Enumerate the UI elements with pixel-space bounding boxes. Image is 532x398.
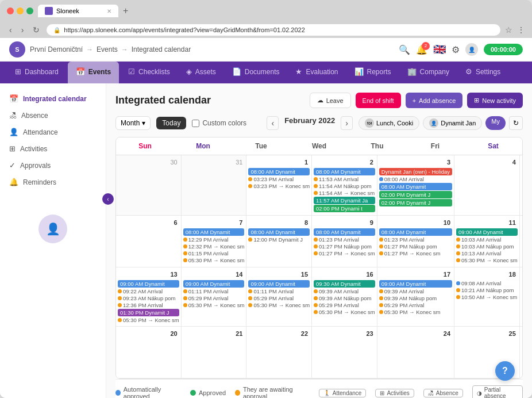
event-text-row[interactable]: 05:30 PM → Konec sm <box>456 257 518 263</box>
calendar-cell[interactable]: 30 <box>116 155 182 216</box>
event-text-row[interactable]: 01:11 PM Arrival <box>183 288 245 294</box>
event-text-row[interactable]: 05:30 PM → Konec sm <box>183 257 245 263</box>
calendar-cell[interactable]: 908:00 AM Dynamit01:23 PM Arrival01:27 P… <box>312 216 377 267</box>
new-tab-button[interactable]: + <box>123 6 128 16</box>
today-button[interactable]: Today <box>156 117 186 129</box>
event-text-row[interactable]: 09:39 AM Nákup pom <box>379 295 452 301</box>
refresh-button[interactable]: ↻ <box>30 24 42 36</box>
help-button[interactable]: ? <box>495 361 515 381</box>
event-bar[interactable]: 09:00 AM Dynamit <box>379 280 452 288</box>
event-bar[interactable]: Dynamit Jan (own) - Holiday <box>379 168 452 175</box>
nav-item-documents[interactable]: 📄 Documents <box>224 62 288 83</box>
new-activity-button[interactable]: ⊞ New activity <box>467 93 523 108</box>
back-button[interactable]: ‹ <box>7 24 14 36</box>
event-text-row[interactable]: 10:03 AM Nákup pom <box>456 243 518 250</box>
event-text-row[interactable]: 01:27 PM → Konec sm <box>379 250 452 257</box>
event-text-row[interactable]: 12:00 PM Dynamit J <box>248 236 310 243</box>
event-bar[interactable]: 09:00 AM Dynamit <box>118 280 179 288</box>
event-text-row[interactable]: 11:53 AM Arrival <box>314 176 375 182</box>
calendar-cell[interactable]: 31 <box>182 155 247 216</box>
calendar-cell[interactable]: 1809:08 AM Arrival10:21 AM Nákup pom10:5… <box>454 267 520 327</box>
calendar-cell[interactable]: 1109:00 AM Dynamit10:03 AM Arrival10:03 … <box>454 216 520 267</box>
calendar-cell[interactable]: 208:00 AM Dynamit11:53 AM Arrival11:54 A… <box>312 155 377 216</box>
event-bar[interactable]: 02:00 PM Dynami t <box>314 205 375 212</box>
sidebar-collapse-button[interactable]: ‹ <box>102 193 114 205</box>
event-text-row[interactable]: 01:27 PM → Konec sm <box>314 250 375 257</box>
search-icon[interactable]: 🔍 <box>399 44 410 55</box>
event-text-row[interactable]: 09:22 AM Arrival <box>118 288 179 294</box>
language-flag-icon[interactable]: 🇬🇧 <box>433 43 446 56</box>
my-filter-pill[interactable]: My <box>485 116 506 130</box>
prev-month-button[interactable]: ‹ <box>267 116 279 130</box>
sidebar-item-integrated-calendar[interactable]: 📅 Integrated calendar <box>0 90 106 107</box>
next-month-button[interactable]: › <box>341 116 353 130</box>
event-text-row[interactable]: 03:23 PM → Konec sm <box>248 183 310 189</box>
event-bar[interactable]: 08:00 AM Dynamit <box>379 228 452 236</box>
settings-icon[interactable]: ⚙ <box>452 44 460 55</box>
calendar-cell[interactable]: 1609:30 AM Dynamit09:39 AM Arrival09:39 … <box>312 267 377 327</box>
month-selector-dropdown[interactable]: Month ▾ <box>115 116 151 130</box>
event-bar[interactable]: 02:00 PM Dynamit J <box>379 199 452 206</box>
calendar-cell[interactable]: 6 <box>116 216 182 267</box>
calendar-cell[interactable]: 808:00 AM Dynamit12:00 PM Dynamit J <box>246 216 312 267</box>
calendar-cell[interactable]: 23 <box>312 327 377 378</box>
event-bar[interactable]: 08:00 AM Dynamit <box>248 168 310 175</box>
calendar-cell[interactable]: 21 <box>182 327 247 378</box>
custom-colors-toggle[interactable]: Custom colors <box>192 119 246 127</box>
refresh-calendar-button[interactable]: ↻ <box>509 116 523 130</box>
calendar-cell[interactable]: 708:00 AM Dynamit12:29 PM Arrival12:32 P… <box>182 216 247 267</box>
add-absence-button[interactable]: + Add absence <box>406 93 463 108</box>
browser-tab[interactable]: Sloneek ✕ <box>38 5 118 17</box>
event-bar[interactable]: 01:30 PM Dynamit J <box>118 309 179 316</box>
event-text-row[interactable]: 05:30 PM → Konec sm <box>118 317 179 323</box>
forward-button[interactable]: › <box>19 24 26 36</box>
maximize-dot[interactable] <box>26 7 33 14</box>
nav-item-settings[interactable]: ⚙ Settings <box>457 62 508 83</box>
event-text-row[interactable]: 11:54 AM → Konec sm <box>314 190 375 196</box>
custom-colors-checkbox[interactable] <box>192 120 199 127</box>
event-bar[interactable]: 09:00 AM Dynamit <box>183 280 245 288</box>
event-text-row[interactable]: 09:39 AM Nákup pom <box>314 295 375 301</box>
event-bar[interactable]: 08:00 AM Dynamit <box>183 228 245 236</box>
calendar-cell[interactable]: 26 <box>520 327 523 378</box>
calendar-cell[interactable]: 108:00 AM Dynamit03:23 PM Arrival03:23 P… <box>246 155 312 216</box>
calendar-cell[interactable]: 12 <box>520 216 523 267</box>
event-text-row[interactable]: 01:11 PM Arrival <box>248 288 310 294</box>
url-bar[interactable]: 🔒 https://app.sloneek.com/app/events/int… <box>47 24 500 36</box>
event-text-row[interactable]: 01:27 PM Nákup pom <box>314 243 375 250</box>
event-text-row[interactable]: 03:23 PM Arrival <box>248 176 310 182</box>
breadcrumb-company[interactable]: První Demoničtní <box>30 45 83 53</box>
calendar-cell[interactable]: 1509:00 AM Dynamit01:11 PM Arrival05:29 … <box>246 267 312 327</box>
event-text-row[interactable]: 01:23 PM Arrival <box>314 236 375 243</box>
sidebar-item-activities[interactable]: ⊞ Activities <box>0 140 106 157</box>
nav-item-events[interactable]: 📅 Events <box>68 62 119 83</box>
event-text-row[interactable]: 01:23 PM Arrival <box>379 236 452 243</box>
calendar-cell[interactable]: 22 <box>246 327 312 378</box>
calendar-cell[interactable]: 5 <box>520 155 523 216</box>
calendar-cell[interactable]: 24 <box>377 327 454 378</box>
notifications-icon[interactable]: 🔔 2 <box>416 44 427 55</box>
event-bar[interactable]: 08:00 AM Dynamit <box>314 168 375 175</box>
event-bar[interactable]: 09:00 AM Dynamit <box>248 280 310 288</box>
end-shift-button[interactable]: End of shift <box>356 93 401 108</box>
event-bar[interactable]: 11:57 AM Dynamit Ja <box>314 197 375 204</box>
menu-icon[interactable]: ⋮ <box>517 25 525 35</box>
event-text-row[interactable]: 09:39 AM Arrival <box>379 288 452 294</box>
filter-dynamit-pill[interactable]: 👤 Dynamit Jan <box>423 116 482 130</box>
event-text-row[interactable]: 12:32 PM → Konec sm <box>183 243 245 250</box>
calendar-cell[interactable]: 1008:00 AM Dynamit01:23 PM Arrival01:27 … <box>377 216 454 267</box>
event-text-row[interactable]: 08:00 AM Arrival <box>379 176 452 182</box>
nav-item-assets[interactable]: ◈ Assets <box>178 62 224 83</box>
nav-item-checklists[interactable]: ☑ Checklists <box>120 62 178 83</box>
event-text-row[interactable]: 10:03 AM Arrival <box>456 236 518 243</box>
nav-item-company[interactable]: 🏢 Company <box>399 62 457 83</box>
bookmark-icon[interactable]: ☆ <box>505 25 512 35</box>
event-bar[interactable]: 02:00 PM Dynamit J <box>379 191 452 198</box>
event-bar[interactable]: 08:00 AM Dynamit <box>314 228 375 236</box>
event-text-row[interactable]: 10:21 AM Nákup pom <box>456 287 518 293</box>
event-text-row[interactable]: 09:23 AM Nákup pom <box>118 295 179 301</box>
calendar-cell[interactable]: 19 <box>520 267 523 327</box>
nav-item-reports[interactable]: 📊 Reports <box>346 62 399 83</box>
timer-button[interactable]: 00:00:00 <box>484 44 523 55</box>
event-text-row[interactable]: 05:30 PM → Konec sm <box>379 309 452 315</box>
